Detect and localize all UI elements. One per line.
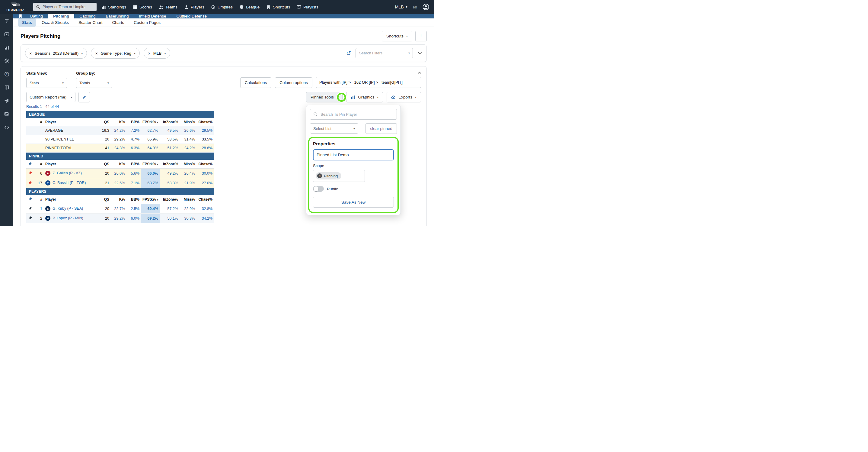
view-tab-occ-streaks[interactable]: Occ. & Streaks [38, 19, 73, 27]
section-band-league[interactable]: LEAGUE [26, 111, 214, 118]
report-select[interactable]: Custom Report (me) ▾ [26, 92, 75, 102]
column-header-player[interactable]: Player [44, 195, 97, 204]
save-as-new-button[interactable]: Save As New [313, 197, 394, 207]
pin-player-search-input[interactable] [320, 112, 394, 117]
group-by-select[interactable]: Totals ▾ [76, 78, 112, 88]
stats-view-select[interactable]: Stats ▾ [26, 78, 67, 88]
sidebar-item-help[interactable] [4, 72, 9, 77]
filters-search[interactable]: ▾ [355, 48, 413, 58]
stat-cell[interactable]: 51.2% [160, 144, 180, 152]
pin-icon[interactable] [28, 197, 32, 201]
player-link[interactable]: C. Bassitt (P - TOR) [53, 181, 86, 185]
close-icon[interactable]: × [95, 51, 98, 56]
bookmark-icon[interactable] [18, 14, 23, 19]
column-header-k[interactable]: K% [111, 160, 126, 169]
stat-cell[interactable]: 63.7% [141, 178, 160, 188]
list-name-input[interactable] [313, 149, 394, 161]
column-header-qs[interactable]: QS [97, 195, 111, 204]
stat-cell[interactable]: 7.2% [126, 126, 141, 135]
stat-cell[interactable]: 21.9% [180, 178, 196, 188]
stat-cell[interactable]: 29.5% [196, 126, 214, 135]
stat-cell[interactable]: 30.3% [180, 214, 196, 223]
stat-cell[interactable]: 22.5% [111, 178, 126, 188]
column-header-fpstk[interactable]: FPStk%▾ [141, 118, 160, 126]
global-search-input[interactable] [42, 4, 94, 9]
column-header-bb[interactable]: BB% [126, 160, 141, 169]
stat-cell[interactable]: 5.6% [126, 169, 141, 178]
sidebar-item-embed[interactable] [4, 125, 9, 130]
stat-cell[interactable]: 34.2% [196, 214, 214, 223]
topbar-item-players[interactable]: Players [184, 5, 204, 9]
sidebar-item-filters[interactable] [4, 19, 9, 24]
column-header-miss[interactable]: Miss% [180, 118, 196, 126]
trumedia-logo[interactable]: TRUMEDIA [2, 2, 28, 11]
stat-cell[interactable]: 7.1% [126, 178, 141, 188]
tab-batting[interactable]: Batting [25, 14, 48, 19]
stat-cell[interactable]: 24.2% [111, 126, 126, 135]
column-header-qs[interactable]: QS [97, 118, 111, 126]
stat-cell[interactable]: 30.0% [196, 169, 214, 178]
column-header-rank[interactable]: # [34, 195, 44, 204]
column-header-miss[interactable]: Miss% [180, 195, 196, 204]
view-tab-scatter-chart[interactable]: Scatter Chart [74, 19, 106, 27]
exports-button[interactable]: Exports ▾ [386, 92, 421, 103]
stat-cell[interactable]: 57.2% [160, 204, 180, 214]
pinned-tools-button[interactable]: Pinned Tools ▾ [306, 92, 343, 103]
stat-cell[interactable]: 49.2% [160, 169, 180, 178]
stat-cell[interactable]: 22.7% [111, 204, 126, 214]
add-shortcut-button[interactable]: + [415, 31, 427, 41]
stat-cell[interactable]: 2.5% [126, 204, 141, 214]
column-header-player[interactable]: Player [44, 118, 97, 126]
column-header-bb[interactable]: BB% [126, 118, 141, 126]
column-header-bb[interactable]: BB% [126, 195, 141, 204]
stat-cell[interactable]: 6.3% [126, 144, 141, 152]
calculations-button[interactable]: Calculations [240, 77, 272, 88]
column-header-chase[interactable]: Chase% [196, 118, 214, 126]
stat-cell[interactable]: 24.2% [180, 144, 196, 152]
shortcuts-button[interactable]: Shortcuts ▾ [382, 31, 412, 41]
public-toggle[interactable] [313, 186, 324, 192]
pin-icon[interactable] [28, 216, 32, 220]
topbar-item-standings[interactable]: Standings [101, 5, 126, 9]
league-select[interactable]: MLB ▾ [395, 4, 407, 9]
column-header-k[interactable]: K% [111, 195, 126, 204]
tab-catching[interactable]: Catching [74, 14, 100, 19]
sidebar-item-media[interactable] [4, 112, 9, 117]
sidebar-item-charts[interactable] [4, 45, 9, 50]
stat-cell[interactable]: 24.3% [111, 144, 126, 152]
topbar-item-umpires[interactable]: Umpires [211, 5, 233, 9]
column-options-button[interactable]: Column options [275, 77, 312, 88]
pin-icon[interactable] [28, 181, 32, 185]
stat-cell[interactable]: 6.0% [126, 214, 141, 223]
tab-baserunning[interactable]: Baserunning [101, 14, 134, 19]
stat-cell[interactable]: 69.2% [141, 214, 160, 223]
player-link[interactable]: G. Kirby (P - SEA) [53, 206, 83, 210]
filter-chip-mlb[interactable]: ×MLB▾ [144, 48, 170, 59]
results-count-link[interactable]: Results 1 - 44 of 44 [26, 105, 59, 109]
stat-cell[interactable]: 50.1% [160, 214, 180, 223]
filter-chip-seasons-2023-default[interactable]: ×Seasons: 2023 (Default)▾ [25, 48, 87, 59]
pin-icon[interactable] [28, 171, 32, 175]
stat-cell[interactable]: 26.6% [180, 126, 196, 135]
stat-cell[interactable]: 26.4% [180, 169, 196, 178]
topbar-item-playlists[interactable]: Playlists [297, 5, 318, 9]
topbar-search[interactable] [33, 3, 97, 11]
column-header-k[interactable]: K% [111, 118, 126, 126]
avatar-icon[interactable] [423, 4, 429, 10]
player-link[interactable]: P. López (P - MIN) [53, 216, 83, 220]
close-icon[interactable]: × [29, 51, 32, 56]
edit-report-button[interactable] [79, 92, 90, 103]
sidebar-item-glossary[interactable] [4, 85, 9, 90]
topbar-item-league[interactable]: League [239, 5, 259, 9]
locale-label[interactable]: en [413, 5, 417, 9]
view-tab-custom-pages[interactable]: Custom Pages [130, 19, 164, 27]
scope-chip-pitching[interactable]: × Pitching [316, 172, 341, 179]
column-header-inzone[interactable]: InZone% [160, 195, 180, 204]
column-header-miss[interactable]: Miss% [180, 160, 196, 169]
stat-cell[interactable]: 53.3% [160, 178, 180, 188]
view-tab-charts[interactable]: Charts [108, 19, 128, 27]
stat-cell[interactable]: 22.9% [180, 204, 196, 214]
tab-outfield-defense[interactable]: Outfield Defense [171, 14, 212, 19]
stat-cell[interactable]: 27.0% [196, 178, 214, 188]
column-header-player[interactable]: Player [44, 160, 97, 169]
